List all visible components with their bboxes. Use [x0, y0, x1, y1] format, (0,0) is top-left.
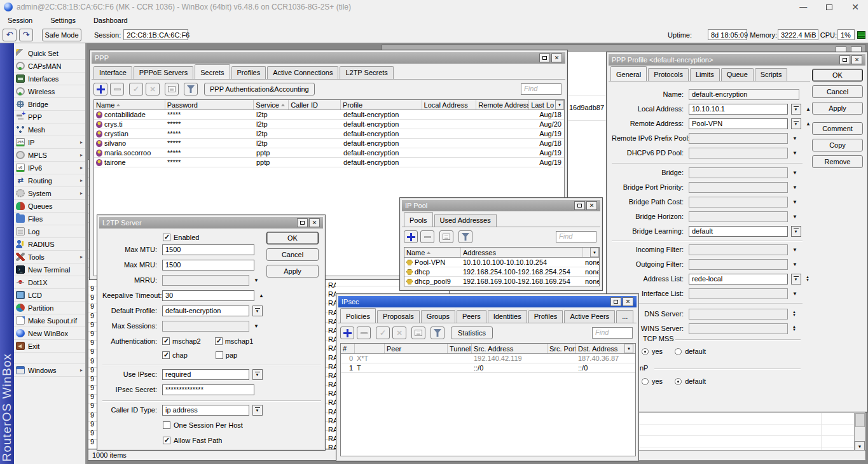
remove-button[interactable] [110, 83, 124, 95]
l2tp-titlebar[interactable]: L2TP Server ✕ [99, 217, 323, 228]
table-row[interactable]: contabilidade ***** l2tp default-encrypt… [94, 110, 564, 120]
dropdown-button[interactable] [791, 118, 801, 129]
ppp-titlebar[interactable]: PPP ✕ [92, 52, 565, 64]
cancel-button[interactable]: Cancel [266, 248, 319, 261]
col-service[interactable]: Service [254, 100, 289, 109]
ip-pool-maximize-button[interactable] [574, 201, 585, 210]
sidebar-item-routing[interactable]: ⇄Routing▸ [14, 174, 85, 187]
sidebar-item-capsman[interactable]: CAPsMAN [14, 60, 85, 73]
ppp-close-button[interactable]: ✕ [551, 53, 562, 62]
filter-button[interactable] [458, 230, 472, 243]
tab-profiles[interactable]: Profiles [528, 310, 563, 323]
one-session-checkbox[interactable] [163, 421, 170, 429]
tab-queue[interactable]: Queue [721, 68, 754, 81]
remote-address-field[interactable]: Pool-VPN [689, 118, 788, 129]
dropdown-button[interactable] [791, 226, 801, 237]
dropdown-button[interactable] [252, 306, 263, 316]
sidebar-item-partition[interactable]: Partition [14, 302, 85, 314]
incoming-filter-field[interactable] [689, 244, 788, 255]
col-remote-address[interactable]: Remote Address [476, 100, 529, 109]
tab-used-addresses[interactable]: Used Addresses [434, 214, 497, 227]
dropdown-button[interactable] [252, 369, 263, 380]
enabled-checkbox[interactable] [163, 234, 170, 241]
tab-limits[interactable]: Limits [690, 68, 720, 81]
tcp-mss-default-radio[interactable] [675, 348, 682, 355]
tab-peers[interactable]: Peers [457, 310, 486, 323]
wins-server-field[interactable] [689, 323, 788, 334]
table-row[interactable]: dhcp 192.168.254.100-192.168.254.254 non… [404, 267, 599, 277]
max-sessions-field[interactable] [162, 321, 249, 332]
dns-server-field[interactable] [689, 309, 788, 320]
tab-protocols[interactable]: Protocols [648, 68, 689, 81]
caller-id-type-field[interactable]: ip address [162, 405, 249, 416]
tab-scripts[interactable]: Scripts [755, 68, 788, 81]
dropdown-button[interactable] [791, 104, 801, 115]
statistics-button[interactable]: Statistics [451, 327, 493, 339]
max-mtu-field[interactable]: 1500 [162, 244, 254, 255]
ok-button[interactable]: OK [812, 69, 863, 81]
col-peer[interactable]: Peer [385, 344, 448, 353]
table-row[interactable]: tairone ***** pptp default-encryption Au… [94, 158, 564, 167]
table-row[interactable]: maria.socorroo ***** pptp default-encryp… [94, 148, 564, 158]
chap-checkbox[interactable] [162, 351, 170, 359]
enable-button[interactable]: ✓ [376, 327, 390, 339]
ip-pool-titlebar[interactable]: IP Pool ✕ [402, 200, 600, 211]
sidebar-item-ipv6[interactable]: v6IPv6▸ [14, 162, 85, 174]
local-address-field[interactable]: 10.10.10.1 [689, 104, 788, 115]
down-arrow-icon[interactable]: ▼ [792, 247, 797, 253]
down-arrow-icon[interactable]: ▼ [792, 262, 797, 267]
sidebar-item-lcd[interactable]: LCD [14, 289, 85, 302]
dropdown-button[interactable] [252, 405, 263, 416]
session-value[interactable]: 2C:C8:1B:CA:6C:F6 [123, 29, 188, 40]
profile-close-button[interactable]: ✕ [851, 55, 862, 64]
background-scrollbar[interactable]: ▼ [854, 413, 865, 451]
column-chooser-button[interactable]: ▼ [590, 248, 599, 257]
interface-list-field[interactable] [689, 288, 788, 299]
up-down-arrows-icon[interactable]: ▲▼ [806, 276, 809, 282]
table-row[interactable]: dhcp_pool9 192.168.169.100-192.168.169.2… [404, 277, 599, 286]
down-arrow-icon[interactable]: ▼ [792, 185, 797, 190]
table-row[interactable]: silvano ***** l2tp default-encryption Au… [94, 139, 564, 148]
col-name[interactable]: Name [94, 100, 165, 109]
table-row[interactable]: crystian ***** l2tp default-encryption A… [94, 129, 564, 139]
sidebar-item-exit[interactable]: Exit [14, 340, 85, 353]
tab-policies[interactable]: Policies [340, 308, 376, 323]
fast-path-checkbox[interactable] [163, 437, 170, 444]
col-flags[interactable] [355, 344, 385, 353]
down-arrow-icon[interactable]: ▼ [792, 170, 797, 176]
ppp-profile-titlebar[interactable]: PPP Profile <default-encryption> ✕ [609, 54, 865, 66]
undo-button[interactable]: ↶ [3, 29, 17, 41]
upnp-yes-radio[interactable] [642, 378, 649, 385]
ip-pool-close-button[interactable]: ✕ [586, 201, 597, 210]
col-next-pool[interactable] [583, 248, 590, 257]
copy-button[interactable]: Copy [812, 139, 863, 151]
l2tp-maximize-button[interactable] [297, 218, 308, 227]
col-addresses[interactable]: Addresses [461, 248, 583, 257]
sidebar-item-system[interactable]: System▸ [14, 187, 85, 200]
column-chooser-button[interactable]: ▼ [624, 344, 633, 353]
col-dst-address[interactable]: Dst. Address [576, 344, 624, 353]
remove-button[interactable] [357, 327, 371, 339]
down-arrow-icon[interactable]: ▼ [792, 136, 797, 141]
comment-button[interactable] [165, 83, 179, 95]
apply-button[interactable]: Apply [266, 265, 319, 278]
tab-general[interactable]: General [610, 66, 647, 81]
name-field[interactable]: default-encryption [689, 89, 799, 100]
add-button[interactable] [404, 230, 418, 243]
up-arrow-icon[interactable]: ▲ [806, 106, 811, 112]
safe-mode-button[interactable]: Safe Mode [42, 29, 81, 41]
tcp-mss-yes-radio[interactable] [642, 348, 649, 355]
sidebar-item-radius[interactable]: RADIUS [14, 238, 85, 251]
down-arrow-icon[interactable]: ▼ [792, 214, 797, 220]
close-button[interactable]: ✕ [851, 2, 859, 12]
sidebar-item-bridge[interactable]: Bridge [14, 98, 85, 111]
sidebar-item-windows[interactable]: Windows▸ [14, 364, 85, 377]
bridge-path-cost-field[interactable] [689, 197, 788, 207]
sidebar-item-ip[interactable]: 255IP▸ [14, 136, 85, 149]
bridge-horizon-field[interactable] [689, 211, 788, 222]
dropdown-button[interactable] [791, 274, 801, 285]
ppp-aaa-button[interactable]: PPP Authentication&Accounting [204, 83, 315, 95]
l2tp-close-button[interactable]: ✕ [309, 218, 320, 227]
ppp-maximize-button[interactable] [539, 53, 550, 62]
minimize-button[interactable]: — [799, 3, 807, 11]
